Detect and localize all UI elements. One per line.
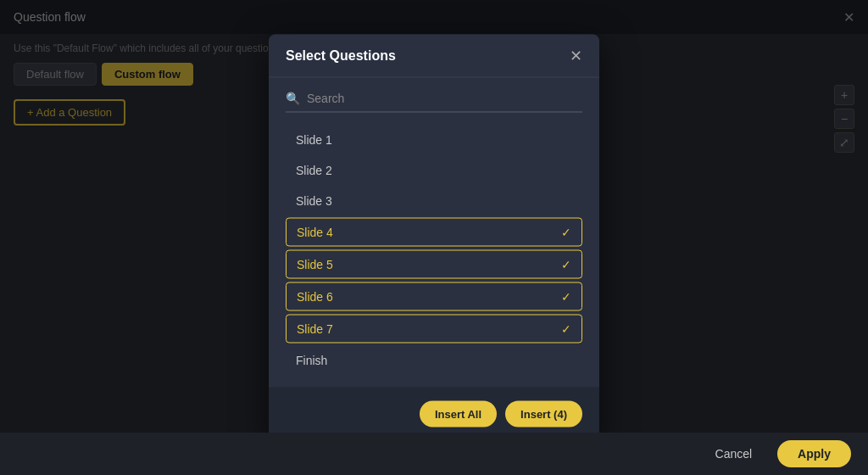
check-icon: ✓: [561, 290, 571, 304]
slide-item[interactable]: Slide 3: [286, 187, 582, 215]
slide-item[interactable]: Slide 6✓: [286, 282, 582, 311]
search-container: 🔍: [286, 92, 582, 113]
modal-body: 🔍 Slide 1Slide 2Slide 3Slide 4✓Slide 5✓S…: [269, 78, 599, 388]
slide-list: Slide 1Slide 2Slide 3Slide 4✓Slide 5✓Sli…: [286, 126, 582, 374]
slide-item[interactable]: Slide 4✓: [286, 218, 582, 247]
apply-button[interactable]: Apply: [777, 440, 851, 467]
modal-close-button[interactable]: ✕: [570, 48, 582, 64]
slide-label: Finish: [296, 354, 327, 367]
slide-label: Slide 7: [297, 322, 333, 336]
check-icon: ✓: [561, 322, 571, 336]
slide-label: Slide 4: [297, 226, 333, 239]
slide-item[interactable]: Finish: [286, 347, 582, 374]
slide-item[interactable]: Slide 5✓: [286, 250, 582, 279]
search-icon: 🔍: [286, 92, 300, 105]
check-icon: ✓: [561, 258, 571, 271]
insert-button[interactable]: Insert (4): [505, 401, 582, 428]
slide-label: Slide 3: [296, 194, 332, 208]
modal-title: Select Questions: [286, 48, 396, 64]
bottom-bar: Cancel Apply: [0, 433, 868, 475]
slide-label: Slide 6: [297, 290, 333, 304]
cancel-button[interactable]: Cancel: [700, 440, 768, 467]
insert-all-button[interactable]: Insert All: [420, 401, 497, 428]
slide-item[interactable]: Slide 2: [286, 157, 582, 184]
slide-label: Slide 1: [296, 133, 332, 147]
modal-header: Select Questions ✕: [269, 35, 599, 78]
slide-item[interactable]: Slide 1: [286, 126, 582, 154]
slide-label: Slide 2: [296, 164, 332, 177]
slide-label: Slide 5: [297, 258, 333, 271]
check-icon: ✓: [561, 226, 571, 239]
slide-item[interactable]: Slide 7✓: [286, 315, 582, 344]
search-input[interactable]: [307, 92, 582, 105]
select-questions-modal: Select Questions ✕ 🔍 Slide 1Slide 2Slide…: [269, 35, 599, 441]
